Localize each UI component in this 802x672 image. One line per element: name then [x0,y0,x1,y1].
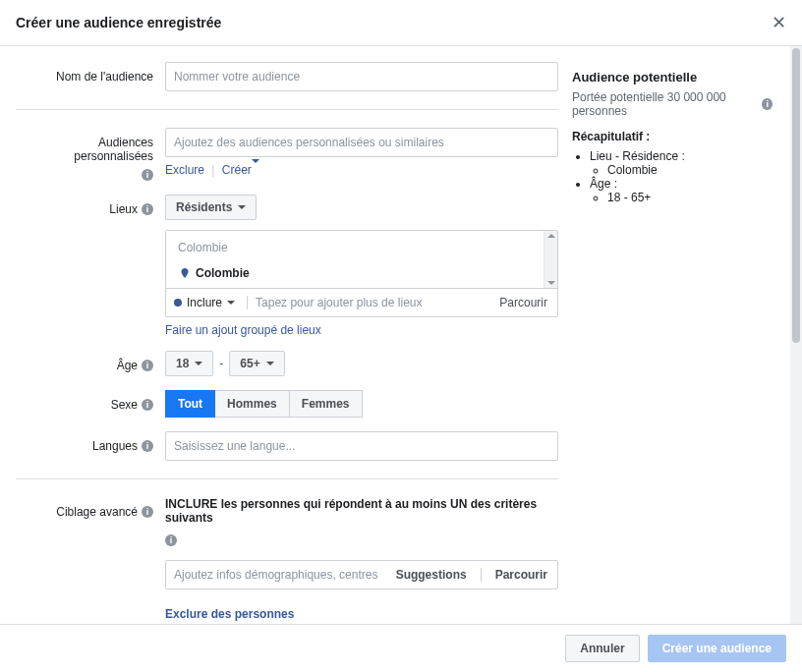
label-age: Âge [117,359,138,372]
close-icon[interactable]: ✕ [772,12,786,33]
sex-men-button[interactable]: Hommes [215,390,290,418]
sex-segmented-control: Tout Hommes Femmes [165,390,558,418]
recap-list: Lieu - Résidence : Colombie Âge : 18 - 6… [572,149,773,204]
info-icon[interactable]: i [142,440,153,452]
language-input[interactable] [165,431,558,461]
bulk-add-locations-link[interactable]: Faire un ajout groupé de lieux [165,323,321,337]
modal-title: Créer une audience enregistrée [16,15,221,30]
age-from-dropdown[interactable]: 18 [165,351,213,376]
advanced-input-row: Suggestions Parcourir [165,560,558,589]
residents-label: Résidents [176,200,232,214]
caret-down-icon [266,362,274,365]
dash: - [219,357,223,370]
browse-advanced-button[interactable]: Parcourir [486,562,557,588]
exclude-link[interactable]: Exclure [165,163,204,177]
create-audience-button[interactable]: Créer une audience [648,635,786,662]
scrollbar[interactable] [790,46,802,624]
caret-down-icon [227,301,235,305]
separator [481,568,482,582]
include-label: Inclure [187,296,222,309]
recap-loc-label: Lieu - Résidence : [590,149,685,163]
label-sex: Sexe [111,398,138,412]
browse-locations-button[interactable]: Parcourir [489,290,557,315]
include-dropdown[interactable]: Inclure [166,290,243,315]
info-icon[interactable]: i [762,98,773,110]
separator: | [211,163,214,177]
locations-box: Colombie Colombie [165,230,558,317]
divider [16,109,558,110]
summary-reach: Portée potentielle 30 000 000 personnes [572,90,758,118]
label-audience-name: Nom de l'audience [16,62,165,84]
add-location-input[interactable] [252,289,489,316]
label-locations: Lieux [109,202,138,216]
residents-dropdown[interactable]: Résidents [165,195,257,220]
audience-name-input[interactable] [165,62,558,91]
caret-down-icon [238,205,246,209]
recap-loc-value: Colombie [607,163,773,177]
custom-audiences-input[interactable] [165,128,558,157]
label-custom-audiences: Audiences personnalisées [16,136,153,163]
separator [247,296,248,309]
recap-title: Récapitulatif : [572,130,773,143]
suggestions-button[interactable]: Suggestions [386,562,477,588]
location-item-label: Colombie [196,266,250,280]
info-icon[interactable]: i [142,360,153,371]
info-icon[interactable]: i [142,169,153,181]
modal-body: Nom de l'audience Audiences personnalisé… [0,46,802,624]
info-icon[interactable]: i [142,203,153,215]
label-advanced: Ciblage avancé [56,505,138,519]
modal-footer: Annuler Créer une audience [0,624,802,672]
sex-women-button[interactable]: Femmes [290,390,363,418]
info-icon[interactable]: i [165,534,177,546]
pin-icon [180,268,190,278]
label-languages: Langues [92,439,138,453]
age-to-dropdown[interactable]: 65+ [229,351,284,376]
caret-down-icon [195,362,202,365]
info-icon[interactable]: i [142,506,153,518]
create-link[interactable]: Créer [222,159,259,177]
scrollbar-thumb[interactable] [792,48,800,343]
info-icon[interactable]: i [142,399,153,411]
age-to-value: 65+ [240,357,259,370]
location-list-scrollbar[interactable] [544,231,557,288]
location-item[interactable]: Colombie [174,262,549,284]
recap-age-value: 18 - 65+ [607,191,773,204]
summary-title: Audience potentielle [572,70,773,84]
modal-header: Créer une audience enregistrée ✕ [0,0,802,46]
cancel-button[interactable]: Annuler [565,635,639,662]
sex-all-button[interactable]: Tout [165,390,215,418]
exclude-people-link[interactable]: Exclure des personnes [165,607,294,621]
location-country-header: Colombie [178,241,549,254]
recap-age-label: Âge : [590,177,617,191]
divider [16,478,558,479]
advanced-input[interactable] [166,561,386,588]
include-dot-icon [174,299,182,307]
advanced-heading: INCLURE les personnes qui répondent à au… [165,497,558,525]
caret-down-icon [252,159,259,177]
age-from-value: 18 [176,357,189,370]
